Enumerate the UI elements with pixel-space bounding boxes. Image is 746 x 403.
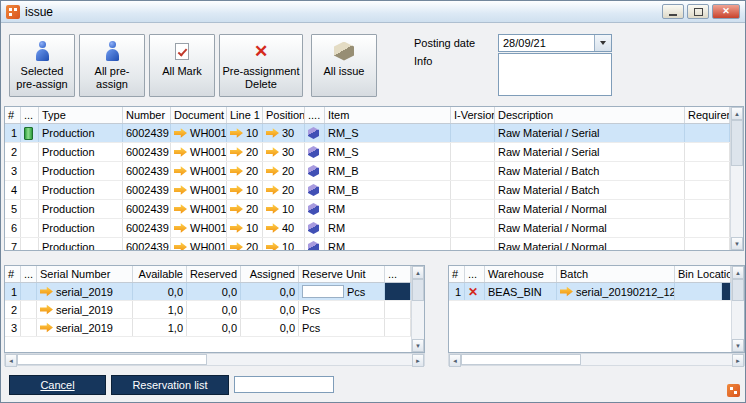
reservation-list-button[interactable]: Reservation list: [111, 375, 229, 395]
reserve-quantity-input[interactable]: [302, 285, 344, 298]
posting-date-combobox[interactable]: 28/09/21: [498, 34, 612, 52]
link-arrow-icon[interactable]: [174, 242, 187, 252]
link-arrow-icon[interactable]: [560, 286, 573, 297]
col-header-type[interactable]: Type: [39, 107, 123, 123]
close-button[interactable]: ✕: [712, 4, 740, 19]
col-header-document[interactable]: Document: [171, 107, 227, 123]
col-header-dots[interactable]: ...: [465, 266, 485, 282]
restore-button[interactable]: [687, 4, 709, 19]
scroll-right-button[interactable]: ►: [412, 354, 424, 367]
col-header-number[interactable]: Number: [123, 107, 171, 123]
link-arrow-icon[interactable]: [174, 147, 187, 158]
link-arrow-icon[interactable]: [40, 322, 53, 333]
scroll-up-button[interactable]: ▲: [731, 107, 743, 120]
col-header-warehouse[interactable]: Warehouse: [485, 266, 557, 282]
col-header-serial[interactable]: Serial Number: [37, 266, 133, 282]
selected-preassign-button[interactable]: Selected pre-assign: [9, 34, 75, 97]
col-header-num[interactable]: #: [5, 107, 21, 123]
delete-cell[interactable]: ✕: [465, 283, 485, 300]
scroll-right-button[interactable]: ►: [732, 354, 744, 367]
link-arrow-icon[interactable]: [266, 223, 279, 234]
table-row[interactable]: 1 serial_2019 0,0 0,0 0,0 Pcs: [5, 283, 411, 301]
col-header-assigned[interactable]: Assigned: [241, 266, 299, 282]
col-header-reserve-unit[interactable]: Reserve Unit: [299, 266, 385, 282]
titlebar[interactable]: issue ✕: [1, 1, 745, 23]
link-arrow-icon[interactable]: [266, 204, 279, 215]
cancel-button[interactable]: Cancel: [9, 375, 106, 395]
link-arrow-icon[interactable]: [230, 166, 243, 177]
scroll-left-button[interactable]: ◄: [449, 354, 461, 367]
link-arrow-icon[interactable]: [266, 147, 279, 158]
preassignment-delete-button[interactable]: ✕ Pre-assignment Delete: [219, 34, 303, 97]
link-arrow-icon[interactable]: [230, 128, 243, 139]
type-cell: Production: [39, 219, 123, 237]
warehouse-table-hscrollbar[interactable]: ◄ ►: [448, 353, 745, 366]
link-arrow-icon[interactable]: [174, 204, 187, 215]
scroll-thumb[interactable]: [17, 354, 207, 365]
resize-grip[interactable]: [727, 384, 740, 397]
col-header-reserved[interactable]: Reserved: [187, 266, 241, 282]
scroll-thumb[interactable]: [412, 279, 424, 301]
combo-dropdown-button[interactable]: [594, 35, 611, 51]
link-arrow-icon[interactable]: [266, 166, 279, 177]
table-row[interactable]: 1 Production 6002439 WH001 10 30 RM_S Ra…: [5, 124, 730, 143]
col-header-dots2[interactable]: ...: [385, 266, 411, 282]
col-header-num[interactable]: #: [5, 266, 21, 282]
link-arrow-icon[interactable]: [266, 128, 279, 139]
scroll-down-button[interactable]: ▼: [732, 339, 744, 352]
scroll-left-button[interactable]: ◄: [5, 354, 17, 367]
all-issue-button[interactable]: All issue: [311, 34, 377, 97]
table-row[interactable]: 6 Production 6002439 WH001 10 40 RM Raw …: [5, 219, 730, 238]
col-header-item[interactable]: Item: [325, 107, 451, 123]
link-arrow-icon[interactable]: [230, 223, 243, 234]
footer-text-input[interactable]: [234, 376, 334, 393]
col-header-bin-location[interactable]: Bin Location: [675, 266, 731, 282]
link-arrow-icon[interactable]: [174, 128, 187, 139]
table-row[interactable]: 2 Production 6002439 WH001 20 30 RM_S Ra…: [5, 143, 730, 162]
serial-table-hscrollbar[interactable]: ◄ ►: [4, 353, 425, 366]
link-arrow-icon[interactable]: [174, 166, 187, 177]
link-arrow-icon[interactable]: [230, 242, 243, 252]
col-header-num[interactable]: #: [449, 266, 465, 282]
col-header-status[interactable]: ...: [21, 107, 39, 123]
scroll-down-button[interactable]: ▼: [731, 237, 743, 250]
link-arrow-icon[interactable]: [230, 204, 243, 215]
scroll-thumb[interactable]: [732, 279, 744, 301]
col-header-requirement[interactable]: Requirem: [685, 107, 730, 123]
link-arrow-icon[interactable]: [40, 286, 53, 297]
scroll-thumb[interactable]: [461, 354, 581, 365]
link-arrow-icon[interactable]: [40, 304, 53, 315]
table-row[interactable]: 4 Production 6002439 WH001 10 20 RM_B Ra…: [5, 181, 730, 200]
col-header-description[interactable]: Description: [495, 107, 685, 123]
col-header-itemicon[interactable]: ....: [305, 107, 325, 123]
info-textarea[interactable]: [498, 53, 612, 96]
table-row[interactable]: 1 ✕ BEAS_BIN serial_20190212_12505: [449, 283, 731, 301]
minimize-button[interactable]: [662, 4, 684, 19]
col-header-available[interactable]: Available: [133, 266, 187, 282]
link-arrow-icon[interactable]: [266, 242, 279, 252]
col-header-line1[interactable]: Line 1: [227, 107, 263, 123]
serial-table-vscrollbar[interactable]: ▲ ▼: [411, 266, 424, 352]
table-row[interactable]: 3 serial_2019 1,0 0,0 0,0 Pcs: [5, 319, 411, 337]
scroll-down-button[interactable]: ▼: [412, 339, 424, 352]
link-arrow-icon[interactable]: [230, 185, 243, 196]
table-row[interactable]: 2 serial_2019 1,0 0,0 0,0 Pcs: [5, 301, 411, 319]
col-header-position[interactable]: Position: [263, 107, 305, 123]
col-header-batch[interactable]: Batch: [557, 266, 675, 282]
scroll-up-button[interactable]: ▲: [412, 266, 424, 279]
col-header-dots[interactable]: ...: [21, 266, 37, 282]
table-row[interactable]: 5 Production 6002439 WH001 20 10 RM Raw …: [5, 200, 730, 219]
link-arrow-icon[interactable]: [174, 185, 187, 196]
scroll-thumb[interactable]: [731, 120, 743, 166]
link-arrow-icon[interactable]: [174, 223, 187, 234]
link-arrow-icon[interactable]: [230, 147, 243, 158]
main-table-vscrollbar[interactable]: ▲ ▼: [730, 107, 743, 250]
scroll-up-button[interactable]: ▲: [732, 266, 744, 279]
warehouse-table-vscrollbar[interactable]: ▲ ▼: [731, 266, 744, 352]
table-row[interactable]: 3 Production 6002439 WH001 20 20 RM_B Ra…: [5, 162, 730, 181]
all-preassign-button[interactable]: All pre-assign: [79, 34, 145, 97]
all-mark-button[interactable]: All Mark: [149, 34, 215, 97]
col-header-iversion[interactable]: I-Version: [451, 107, 495, 123]
link-arrow-icon[interactable]: [266, 185, 279, 196]
table-row[interactable]: 7 Production 6002439 WH001 20 10 RM Raw …: [5, 238, 730, 251]
